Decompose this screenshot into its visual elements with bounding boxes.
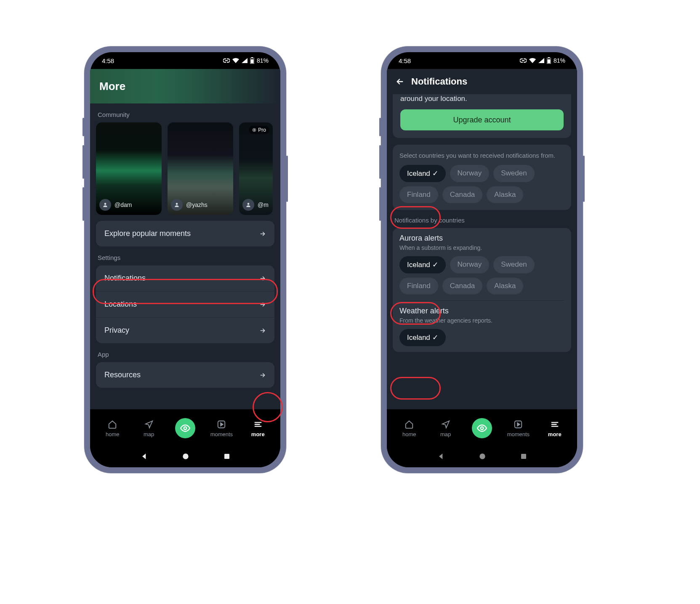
moment-card[interactable]: Pro @m — [239, 122, 273, 215]
page-header: Notifications — [387, 69, 577, 94]
tab-home[interactable]: home — [99, 419, 126, 437]
eye-fab-icon — [472, 418, 492, 438]
phone-right: 4:58 81% — [381, 46, 583, 473]
tab-more[interactable]: more — [245, 419, 271, 437]
tab-fab[interactable] — [468, 418, 495, 438]
notifications-by-countries-card: Aurora alerts When a substorm is expandi… — [393, 228, 571, 352]
svg-point-3 — [104, 203, 106, 205]
tab-fab[interactable] — [172, 418, 199, 438]
tab-label: map — [440, 431, 451, 437]
tab-label: moments — [210, 431, 233, 437]
settings-item-label: Notifications — [104, 274, 146, 283]
tab-moments[interactable]: moments — [208, 419, 235, 437]
chevron-right-icon — [259, 230, 266, 237]
country-chip-canada[interactable]: Canada — [442, 278, 483, 294]
wifi-icon — [232, 58, 239, 63]
country-chip-alaska[interactable]: Alaska — [487, 278, 523, 294]
nav-back-icon[interactable] — [437, 452, 445, 461]
country-chip-iceland[interactable]: Iceland ✓ — [399, 329, 446, 346]
app-list: Resources — [96, 362, 274, 388]
upgrade-card: around your location. Upgrade account — [393, 94, 571, 138]
moments-row[interactable]: @dam @yazhs — [96, 122, 274, 215]
country-chip-sweden[interactable]: Sweden — [493, 165, 534, 182]
content-scroll[interactable]: around your location. Upgrade account Se… — [387, 94, 577, 409]
nav-back-icon[interactable] — [140, 452, 149, 461]
stage: 4:58 81% — [0, 0, 700, 604]
tab-bar: home map — [387, 409, 577, 445]
country-chip-canada[interactable]: Canada — [442, 186, 483, 203]
content-scroll[interactable]: Community @dam — [90, 103, 280, 409]
weather-alerts-block: Weather alerts From the weather agencies… — [399, 300, 564, 352]
pro-badge: Pro — [249, 126, 269, 134]
status-bar: 4:58 81% — [90, 52, 280, 69]
nav-recent-icon[interactable] — [223, 453, 231, 460]
tab-label: map — [144, 431, 154, 437]
svg-rect-11 — [224, 454, 229, 459]
nav-home-icon[interactable] — [181, 452, 190, 461]
weather-title: Weather alerts — [399, 307, 564, 315]
settings-item-notifications[interactable]: Notifications — [96, 265, 274, 291]
svg-rect-18 — [521, 454, 526, 459]
country-chip-norway[interactable]: Norway — [450, 256, 490, 273]
moment-card[interactable]: @yazhs — [168, 122, 233, 215]
tab-map[interactable]: map — [136, 419, 162, 437]
app-body: Notifications around your location. Upgr… — [387, 69, 577, 467]
status-time: 4:58 — [102, 57, 114, 64]
explore-moments-row[interactable]: Explore popular moments — [96, 221, 274, 246]
phone-side-button — [286, 156, 288, 202]
country-chip-alaska[interactable]: Alaska — [487, 186, 523, 203]
svg-rect-2 — [250, 59, 253, 64]
play-square-icon — [514, 419, 523, 429]
wifi-icon — [529, 58, 536, 63]
tab-map[interactable]: map — [432, 419, 459, 437]
nav-recent-icon[interactable] — [520, 453, 527, 460]
nav-home-icon[interactable] — [478, 452, 487, 461]
status-right: 81% — [223, 57, 269, 64]
page-title: Notifications — [411, 76, 467, 87]
country-chips: Iceland ✓NorwaySwedenFinlandCanadaAlaska — [399, 165, 564, 203]
country-chip-iceland[interactable]: Iceland ✓ — [399, 165, 446, 182]
country-chip-sweden[interactable]: Sweden — [493, 256, 534, 273]
moment-card[interactable]: @dam — [96, 122, 162, 215]
country-chip-norway[interactable]: Norway — [450, 165, 490, 182]
app-item-resources[interactable]: Resources — [96, 362, 274, 388]
moment-user-handle: @yazhs — [186, 201, 208, 208]
moment-user: @yazhs — [171, 199, 208, 211]
chevron-right-icon — [259, 372, 266, 379]
svg-point-6 — [254, 130, 255, 131]
section-label-app: App — [98, 351, 273, 358]
screen: 4:58 81% — [90, 52, 280, 467]
country-chip-finland[interactable]: Finland — [399, 278, 438, 294]
country-chip-iceland[interactable]: Iceland ✓ — [399, 256, 446, 273]
country-chip-finland[interactable]: Finland — [399, 186, 438, 203]
tab-label: more — [548, 431, 562, 437]
moment-user-handle: @dam — [114, 201, 132, 208]
upgrade-text: around your location. — [400, 94, 564, 103]
settings-item-label: Privacy — [104, 326, 129, 335]
moment-user: @m — [242, 199, 269, 211]
upgrade-account-button[interactable]: Upgrade account — [400, 109, 564, 130]
battery-icon — [547, 57, 551, 64]
status-bar: 4:58 81% — [387, 52, 577, 69]
link-icon — [520, 58, 527, 63]
phone-side-button — [379, 118, 381, 136]
aurora-title: Aurora alerts — [399, 234, 564, 243]
settings-item-locations[interactable]: Locations — [96, 291, 274, 317]
play-square-icon — [217, 419, 226, 429]
back-button[interactable] — [395, 77, 405, 86]
page-title-text: More — [99, 80, 125, 93]
tab-home[interactable]: home — [396, 419, 423, 437]
tab-more[interactable]: more — [541, 419, 568, 437]
tab-moments[interactable]: moments — [505, 419, 532, 437]
pro-badge-label: Pro — [258, 127, 266, 133]
app-item-label: Resources — [104, 371, 141, 379]
settings-item-label: Locations — [104, 300, 137, 309]
status-time: 4:58 — [399, 57, 411, 64]
explore-moments-label: Explore popular moments — [104, 229, 191, 238]
aurora-chips: Iceland ✓NorwaySwedenFinlandCanadaAlaska — [399, 256, 564, 294]
phone-left: 4:58 81% — [84, 46, 286, 473]
avatar-icon — [171, 199, 183, 211]
phone-side-button — [83, 145, 84, 179]
screen: 4:58 81% — [387, 52, 577, 467]
settings-item-privacy[interactable]: Privacy — [96, 317, 274, 343]
